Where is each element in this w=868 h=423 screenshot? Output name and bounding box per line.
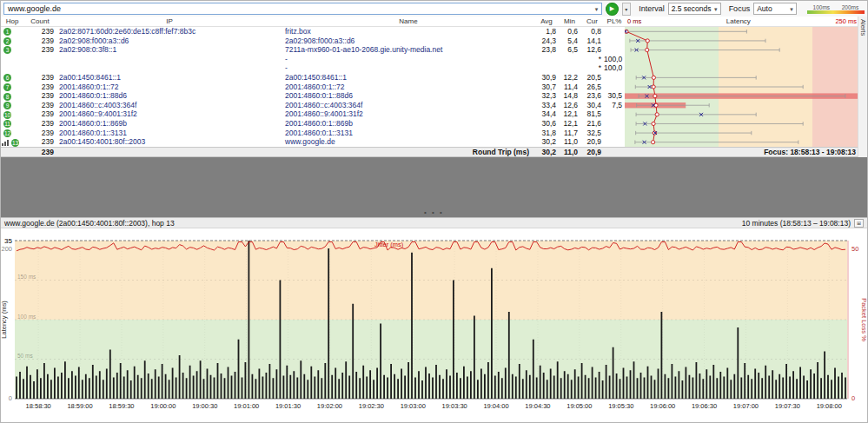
alerts-side-tab[interactable]: Alerts [858, 17, 867, 157]
hop-cell: 2 [1, 36, 23, 46]
header-hop[interactable]: Hop [1, 17, 23, 25]
hop-cell: 6 [1, 73, 23, 83]
count-cell: 239 [23, 137, 56, 147]
table-row[interactable]: 12392a02:8071:60d0:2e60:de15:c8ff:fef7:8… [1, 27, 867, 36]
hop-cell: 11 [1, 119, 23, 129]
header-name[interactable]: Name [282, 17, 534, 25]
hop-badge: 8 [3, 93, 11, 101]
count-cell: 239 [23, 27, 56, 36]
name-cell: 2001:4860::c:4003:364f [282, 101, 534, 110]
hop-badge: 7 [3, 83, 11, 91]
round-trip-summary-row[interactable]: 239 Round Trip (ms) 30,2 11,0 20,9 Focus… [1, 147, 867, 157]
chevron-down-icon: ▾ [790, 6, 793, 12]
hop-badge: 2 [3, 37, 11, 45]
pl-cell: 7,5 [604, 101, 625, 110]
hop-cell: 7 [1, 83, 23, 92]
table-row[interactable]: -*100,0 [1, 63, 867, 73]
cur-cell: 23,6 [580, 91, 604, 101]
cur-cell: * [580, 63, 604, 73]
min-cell: 5,4 [559, 36, 580, 46]
count-cell: 239 [23, 129, 56, 138]
hop-badge: 12 [3, 129, 11, 137]
header-latency[interactable]: 0 ms Latency 250 ms [625, 17, 859, 25]
count-cell: 239 [23, 91, 56, 101]
name-cell: 2001:4860:0:1::88d6 [282, 91, 534, 101]
table-row[interactable]: 22392a02:908:f000:a3::d62a02:908:f000:a3… [1, 36, 867, 46]
header-ip[interactable]: IP [56, 17, 282, 25]
timeline-header: www.google.de (2a00:1450:4001:80f::2003)… [1, 217, 867, 228]
hop-rows: 12392a02:8071:60d0:2e60:de15:c8ff:fef7:8… [1, 27, 867, 147]
interval-select[interactable]: 2.5 seconds ▾ [668, 3, 721, 15]
ip-cell: 2001:4860::c:4003:364f [56, 101, 282, 110]
table-row[interactable]: 112392001:4860:0:1::869b2001:4860:0:1::8… [1, 119, 867, 129]
target-input[interactable]: www.google.de ▾ [3, 3, 602, 15]
svg-text:19:00:30: 19:00:30 [192, 402, 217, 410]
table-row[interactable]: 92392001:4860::c:4003:364f2001:4860::c:4… [1, 101, 867, 110]
hop-cell: 10 [1, 109, 23, 119]
ip-cell: 2a00:1450:8461::1 [56, 73, 282, 83]
header-pl[interactable]: PL% [604, 17, 625, 25]
target-dropdown-arrow[interactable]: ▾ [595, 6, 599, 12]
table-row[interactable]: 102392001:4860::9:4001:31f22001:4860::9:… [1, 109, 867, 119]
play-icon: ▶ [610, 5, 614, 12]
header-avg[interactable]: Avg [534, 17, 559, 25]
name-cell: fritz.box [282, 27, 534, 36]
start-trace-button[interactable]: ▶ [606, 3, 618, 16]
hop-badge: 9 [3, 102, 11, 109]
splitter-handle-icon[interactable]: • • • [424, 209, 444, 216]
name-cell: 7211a-mx960-01-ae10-2068.gie.unity-media… [282, 45, 534, 55]
count-cell: 239 [23, 101, 56, 110]
trace-table-header: Hop Count IP Name Avg Min Cur PL% 0 ms L… [1, 17, 867, 27]
svg-text:0: 0 [9, 394, 12, 402]
interval-value: 2.5 seconds [672, 4, 712, 13]
avg-cell: 30,2 [534, 137, 559, 147]
timeline-graph[interactable]: 50 ms100 ms150 ms18:58:3018:59:0018:59:3… [1, 228, 868, 413]
name-cell: www.google.de [282, 137, 534, 147]
svg-text:19:04:30: 19:04:30 [525, 402, 550, 410]
name-cell: 2a02:908:f000:a3::d6 [282, 36, 534, 46]
trace-rows-area: 12392a02:8071:60d0:2e60:de15:c8ff:fef7:8… [1, 27, 867, 147]
header-min[interactable]: Min [559, 17, 580, 25]
count-cell: 239 [23, 36, 56, 46]
timeline-hop-icon [2, 139, 9, 146]
hop-cell: 8 [1, 91, 23, 101]
table-row[interactable]: 62392a00:1450:8461::12a00:1450:8461::130… [1, 73, 867, 83]
name-cell: 2001:4860:0:1::869b [282, 119, 534, 129]
avg-cell: 34,4 [534, 109, 559, 119]
pl-cell: 100,0 [604, 55, 625, 64]
table-row[interactable]: 82392001:4860:0:1::88d62001:4860:0:1::88… [1, 91, 867, 101]
timeline-options-icon[interactable]: ⊞ [854, 219, 864, 228]
legend-200ms: 200ms [842, 4, 859, 10]
start-options-arrow[interactable]: ▾ [622, 3, 632, 16]
svg-text:200: 200 [1, 245, 12, 253]
table-row[interactable]: -*100,0 [1, 55, 867, 64]
cur-cell: 12,6 [580, 45, 604, 55]
name-cell: 2a00:1450:8461::1 [282, 73, 534, 83]
svg-text:19:01:00: 19:01:00 [234, 402, 259, 410]
hop-badge: 10 [3, 111, 11, 119]
min-cell: 14,8 [559, 91, 580, 101]
count-cell: 239 [23, 73, 56, 83]
avg-cell: 30,7 [534, 83, 559, 92]
table-row[interactable]: 72392001:4860:0:1::722001:4860:0:1::7230… [1, 83, 867, 92]
table-row[interactable]: 32392a02:908:0:3f8::17211a-mx960-01-ae10… [1, 45, 867, 55]
header-count[interactable]: Count [23, 17, 56, 25]
summary-cur: 20,9 [580, 148, 604, 156]
svg-text:19:01:30: 19:01:30 [275, 402, 301, 410]
table-row[interactable]: 132392a00:1450:4001:80f::2003www.google.… [1, 137, 867, 147]
ip-cell: 2001:4860:0:1::869b [56, 119, 282, 129]
focus-select[interactable]: Auto ▾ [753, 3, 797, 15]
svg-text:19:08:00: 19:08:00 [817, 402, 842, 410]
avg-cell: 30,9 [534, 73, 559, 83]
min-cell: 12,6 [559, 101, 580, 110]
ip-cell: 2a02:908:0:3f8::1 [56, 45, 282, 55]
svg-text:19:06:00: 19:06:00 [650, 402, 675, 410]
avg-cell: 24,3 [534, 36, 559, 46]
header-cur[interactable]: Cur [580, 17, 604, 25]
summary-avg: 30,2 [534, 148, 559, 156]
pl-cell: 30,5 [604, 91, 625, 101]
min-cell: 12,1 [559, 119, 580, 129]
table-row[interactable]: 122392001:4860:0:1::31312001:4860:0:1::3… [1, 129, 867, 138]
panel-splitter[interactable]: • • • [1, 157, 867, 217]
svg-text:19:05:30: 19:05:30 [608, 402, 633, 410]
